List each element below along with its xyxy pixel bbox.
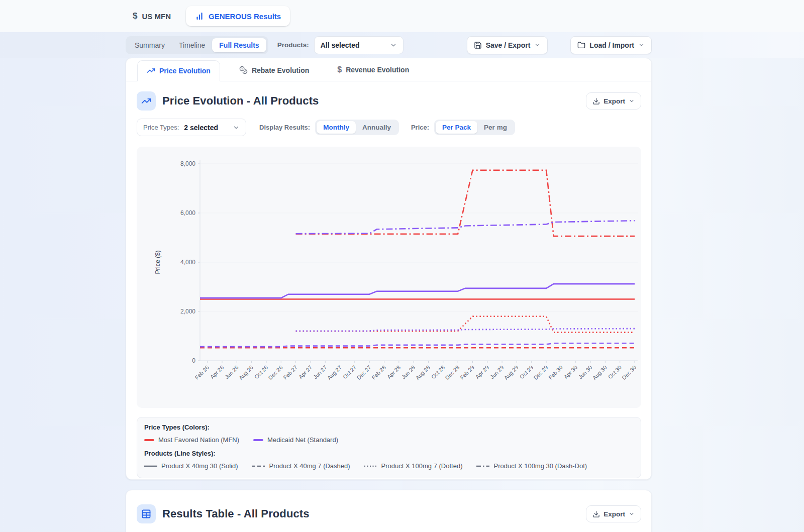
legend-product-label: Product X 40mg 30 (Solid) — [161, 462, 238, 470]
y-tick-label: 6,000 — [180, 209, 195, 217]
legend-products-row: Product X 40mg 30 (Solid)Product X 40mg … — [144, 462, 634, 470]
save-export-label: Save / Export — [486, 41, 531, 49]
y-axis-title: Price ($) — [154, 250, 161, 274]
x-tick-label: Oct 26 — [253, 364, 269, 380]
download-icon — [592, 510, 600, 518]
legend-price-type-item: Most Favored Nation (MFN) — [144, 436, 239, 444]
legend-price-types-heading: Price Types (Colors): — [144, 423, 634, 431]
trending-up-icon — [147, 66, 155, 75]
results-table-title: Results Table - All Products — [162, 507, 310, 520]
x-tick-label: Apr 29 — [474, 364, 490, 380]
export-button[interactable]: Export — [586, 92, 641, 110]
price-card-tabstrip: Price Evolution Rebate Evolution $ Reven… — [126, 58, 651, 81]
legend-line-style-swatch — [144, 465, 157, 468]
x-tick-label: Apr 30 — [563, 364, 578, 380]
main-content: Price Evolution Rebate Evolution $ Reven… — [0, 58, 804, 532]
x-tick-label: Apr 28 — [386, 364, 401, 380]
series-line — [296, 221, 635, 234]
option-per-mg[interactable]: Per mg — [477, 121, 514, 134]
series-line — [200, 284, 635, 298]
option-per-pack[interactable]: Per Pack — [436, 121, 477, 134]
x-tick-label: Feb 28 — [370, 364, 387, 381]
tab-full-results[interactable]: Full Results — [212, 38, 266, 52]
tab-timeline[interactable]: Timeline — [172, 38, 212, 52]
legend-price-type-label: Most Favored Nation (MFN) — [158, 436, 239, 444]
price-evolution-card: Price Evolution Rebate Evolution $ Reven… — [126, 58, 652, 480]
save-export-button[interactable]: Save / Export — [467, 36, 548, 54]
x-tick-label: Dec 29 — [532, 364, 549, 381]
x-tick-label: Jun 26 — [224, 364, 240, 380]
products-select-value: All selected — [321, 41, 360, 49]
y-tick-label: 4,000 — [180, 259, 195, 266]
tab-rebate-evolution[interactable]: Rebate Evolution — [230, 60, 318, 81]
legend-product-item: Product X 100mg 30 (Dash-Dot) — [476, 462, 587, 470]
price-section-header: Price Evolution - All Products Export — [137, 91, 641, 111]
results-export-button[interactable]: Export — [586, 505, 641, 522]
x-tick-label: Dec 26 — [267, 364, 284, 381]
chevron-down-icon — [233, 124, 240, 131]
x-tick-label: Jun 29 — [489, 364, 505, 380]
x-tick-label: Feb 29 — [459, 364, 475, 381]
legend-product-label: Product X 40mg 7 (Dashed) — [269, 462, 350, 470]
price-label: Price: — [411, 124, 429, 131]
chevron-down-icon — [534, 42, 541, 48]
series-line — [200, 343, 635, 347]
x-tick-label: Dec 28 — [444, 364, 460, 381]
view-tabs: Summary Timeline Full Results — [126, 36, 268, 54]
legend-product-label: Product X 100mg 7 (Dotted) — [381, 462, 463, 470]
x-tick-label: Oct 27 — [342, 364, 357, 380]
price-card-body: Price Evolution - All Products Export Pr — [126, 81, 651, 478]
x-tick-label: Feb 30 — [547, 364, 564, 381]
x-tick-label: Apr 26 — [209, 364, 225, 380]
tab-us-mfn[interactable]: $ US MFN — [126, 6, 178, 26]
load-import-button[interactable]: Load / Import — [570, 36, 652, 54]
display-results-label: Display Results: — [259, 124, 310, 131]
chevron-down-icon — [390, 42, 397, 49]
app-topbar: $ US MFN GENEROUS Results — [0, 0, 804, 32]
x-tick-label: Dec 30 — [621, 364, 637, 381]
price-chart: 02,0004,0006,0008,000Feb 26Apr 26Jun 26A… — [137, 147, 642, 408]
tab-price-evolution-label: Price Evolution — [159, 67, 211, 75]
tab-rebate-evolution-label: Rebate Evolution — [252, 66, 309, 74]
legend-panel: Price Types (Colors): Most Favored Natio… — [137, 417, 641, 478]
y-tick-label: 2,000 — [180, 308, 195, 315]
legend-color-swatch — [253, 439, 263, 441]
dollar-icon: $ — [337, 65, 342, 74]
results-table-card: Results Table - All Products Export — [126, 490, 652, 532]
results-export-button-label: Export — [604, 510, 625, 518]
tab-summary[interactable]: Summary — [128, 38, 172, 52]
export-button-label: Export — [604, 97, 625, 105]
option-monthly[interactable]: Monthly — [317, 121, 356, 134]
tab-generous-results[interactable]: GENEROUS Results — [186, 6, 290, 26]
table-icon — [137, 504, 156, 523]
tab-revenue-evolution[interactable]: $ Revenue Evolution — [328, 59, 418, 81]
legend-line-style-swatch — [476, 465, 489, 468]
x-tick-label: Jun 30 — [577, 364, 593, 380]
chart-controls: Price Types: 2 selected Display Results:… — [137, 119, 641, 136]
title-trending-up-icon — [137, 91, 156, 111]
legend-price-type-label: Medicaid Net (Standard) — [267, 436, 338, 444]
legend-line-style-swatch — [252, 465, 265, 468]
products-select[interactable]: All selected — [314, 36, 404, 54]
chevron-down-icon — [638, 42, 645, 48]
x-tick-label: Aug 26 — [238, 364, 254, 381]
x-tick-label: Jun 27 — [312, 364, 328, 380]
toolbar: Summary Timeline Full Results Products: … — [0, 32, 804, 58]
y-tick-label: 8,000 — [180, 160, 195, 167]
option-annually[interactable]: Annually — [356, 121, 397, 134]
legend-product-item: Product X 40mg 7 (Dashed) — [252, 462, 350, 470]
folder-icon — [577, 41, 585, 49]
legend-price-types-row: Most Favored Nation (MFN)Medicaid Net (S… — [144, 436, 634, 444]
legend-line-style-swatch — [364, 465, 377, 468]
x-tick-label: Apr 27 — [297, 364, 313, 380]
price-types-dropdown[interactable]: Price Types: 2 selected — [137, 119, 246, 136]
legend-products-heading: Products (Line Styles): — [144, 450, 634, 457]
tab-price-evolution[interactable]: Price Evolution — [137, 60, 220, 81]
products-label: Products: — [277, 41, 309, 49]
x-tick-label: Feb 26 — [193, 364, 210, 381]
price-types-value: 2 selected — [184, 124, 218, 132]
series-line — [296, 329, 635, 331]
save-icon — [474, 41, 482, 49]
display-results-segment: Monthly Annually — [315, 120, 399, 135]
results-section-header: Results Table - All Products Export — [137, 504, 641, 523]
